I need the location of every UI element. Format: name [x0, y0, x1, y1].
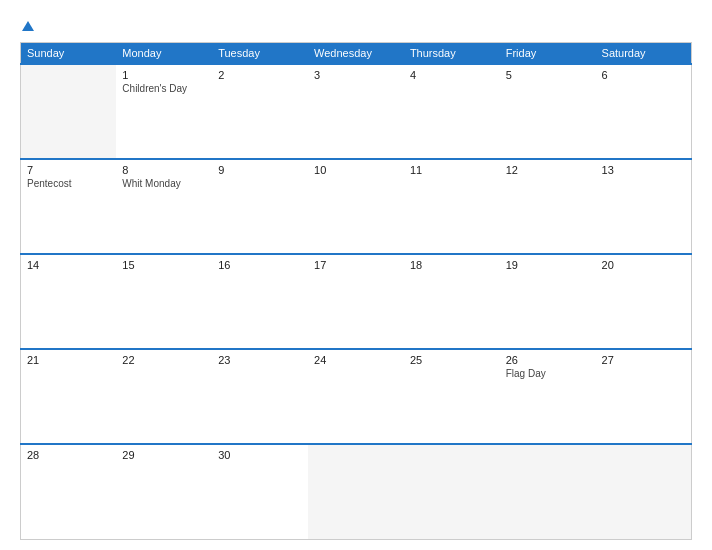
day-number: 23: [218, 354, 302, 366]
day-number: 13: [602, 164, 685, 176]
day-number: 11: [410, 164, 494, 176]
calendar-cell: 24: [308, 349, 404, 444]
calendar-cell: 23: [212, 349, 308, 444]
calendar-cell: 16: [212, 254, 308, 349]
calendar-cell: 11: [404, 159, 500, 254]
holiday-label: Pentecost: [27, 178, 110, 189]
calendar-cell: 28: [21, 444, 117, 539]
day-number: 4: [410, 69, 494, 81]
calendar-cell: 30: [212, 444, 308, 539]
calendar-cell: 12: [500, 159, 596, 254]
day-number: 12: [506, 164, 590, 176]
calendar-cell: 5: [500, 64, 596, 159]
calendar-cell: 21: [21, 349, 117, 444]
calendar-table: SundayMondayTuesdayWednesdayThursdayFrid…: [20, 42, 692, 540]
weekday-header-thursday: Thursday: [404, 43, 500, 65]
day-number: 28: [27, 449, 110, 461]
day-number: 27: [602, 354, 685, 366]
weekday-header-monday: Monday: [116, 43, 212, 65]
calendar-cell: 4: [404, 64, 500, 159]
day-number: 26: [506, 354, 590, 366]
calendar-cell: 17: [308, 254, 404, 349]
day-number: 20: [602, 259, 685, 271]
week-row-5: 282930: [21, 444, 692, 539]
calendar-page: SundayMondayTuesdayWednesdayThursdayFrid…: [0, 0, 712, 550]
logo-triangle-icon: [22, 21, 34, 31]
day-number: 3: [314, 69, 398, 81]
calendar-cell: 1Children's Day: [116, 64, 212, 159]
day-number: 19: [506, 259, 590, 271]
calendar-cell: 29: [116, 444, 212, 539]
week-row-3: 14151617181920: [21, 254, 692, 349]
day-number: 29: [122, 449, 206, 461]
calendar-cell: 7Pentecost: [21, 159, 117, 254]
weekday-header-wednesday: Wednesday: [308, 43, 404, 65]
weekday-header-tuesday: Tuesday: [212, 43, 308, 65]
day-number: 8: [122, 164, 206, 176]
day-number: 21: [27, 354, 110, 366]
day-number: 7: [27, 164, 110, 176]
calendar-cell: 27: [596, 349, 692, 444]
calendar-cell: [500, 444, 596, 539]
day-number: 10: [314, 164, 398, 176]
day-number: 17: [314, 259, 398, 271]
calendar-cell: 19: [500, 254, 596, 349]
calendar-cell: 6: [596, 64, 692, 159]
day-number: 24: [314, 354, 398, 366]
day-number: 15: [122, 259, 206, 271]
holiday-label: Children's Day: [122, 83, 206, 94]
logo: [20, 18, 34, 32]
day-number: 18: [410, 259, 494, 271]
calendar-cell: 14: [21, 254, 117, 349]
day-number: 6: [602, 69, 685, 81]
weekday-header-row: SundayMondayTuesdayWednesdayThursdayFrid…: [21, 43, 692, 65]
calendar-cell: 3: [308, 64, 404, 159]
day-number: 14: [27, 259, 110, 271]
day-number: 25: [410, 354, 494, 366]
calendar-cell: 25: [404, 349, 500, 444]
weekday-header-sunday: Sunday: [21, 43, 117, 65]
calendar-cell: 9: [212, 159, 308, 254]
calendar-cell: [404, 444, 500, 539]
calendar-cell: 20: [596, 254, 692, 349]
header: [20, 18, 692, 32]
week-row-2: 7Pentecost8Whit Monday910111213: [21, 159, 692, 254]
weekday-header-friday: Friday: [500, 43, 596, 65]
holiday-label: Whit Monday: [122, 178, 206, 189]
calendar-cell: [21, 64, 117, 159]
day-number: 30: [218, 449, 302, 461]
calendar-cell: 13: [596, 159, 692, 254]
calendar-cell: 2: [212, 64, 308, 159]
calendar-cell: [308, 444, 404, 539]
day-number: 9: [218, 164, 302, 176]
day-number: 2: [218, 69, 302, 81]
logo-text: [20, 18, 34, 32]
calendar-cell: 8Whit Monday: [116, 159, 212, 254]
holiday-label: Flag Day: [506, 368, 590, 379]
calendar-cell: 10: [308, 159, 404, 254]
calendar-cell: [596, 444, 692, 539]
calendar-cell: 22: [116, 349, 212, 444]
weekday-header-saturday: Saturday: [596, 43, 692, 65]
day-number: 5: [506, 69, 590, 81]
week-row-1: 1Children's Day23456: [21, 64, 692, 159]
calendar-cell: 18: [404, 254, 500, 349]
calendar-cell: 15: [116, 254, 212, 349]
day-number: 1: [122, 69, 206, 81]
calendar-cell: 26Flag Day: [500, 349, 596, 444]
week-row-4: 212223242526Flag Day27: [21, 349, 692, 444]
day-number: 22: [122, 354, 206, 366]
day-number: 16: [218, 259, 302, 271]
